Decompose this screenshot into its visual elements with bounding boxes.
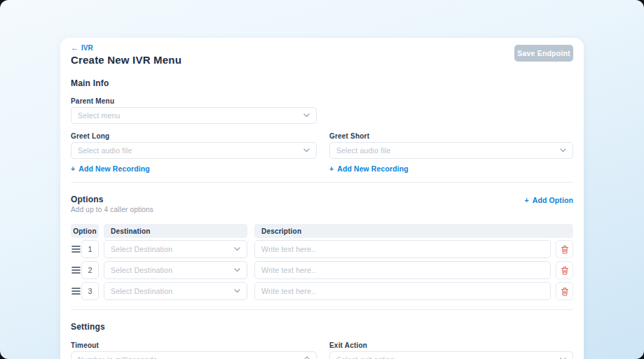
plus-icon: + <box>71 164 75 173</box>
option-row: 1 Select Destination <box>71 240 573 258</box>
settings-heading: Settings <box>71 322 573 332</box>
option-row: 2 Select Destination <box>71 261 573 279</box>
chevron-down-icon <box>234 247 240 251</box>
delete-option-button[interactable] <box>556 240 573 258</box>
greet-short-placeholder: Select audio file <box>336 146 560 155</box>
column-header-option: Option <box>71 224 99 238</box>
timeout-input-wrap <box>71 351 317 359</box>
chevron-down-icon <box>234 289 240 293</box>
trash-icon <box>561 266 569 275</box>
chevron-down-icon <box>234 268 240 272</box>
add-option-link[interactable]: + Add Option <box>525 196 573 204</box>
drag-handle-icon[interactable] <box>71 267 81 274</box>
description-input[interactable] <box>261 245 544 253</box>
save-endpoint-button[interactable]: Save Endpoint <box>514 45 573 62</box>
description-input-wrap <box>254 261 551 279</box>
plus-icon: + <box>525 196 529 204</box>
delete-option-button[interactable] <box>556 282 573 300</box>
option-number: 3 <box>81 282 99 300</box>
greet-short-field: Greet Short Select audio file + Add New … <box>329 132 573 174</box>
chevron-down-icon <box>560 148 566 153</box>
greet-fields-row: Greet Long Select audio file + Add New R… <box>71 132 573 174</box>
trash-icon <box>561 245 569 254</box>
description-input[interactable] <box>261 266 544 274</box>
add-new-recording-link[interactable]: + Add New Recording <box>71 164 150 173</box>
page-title: Create New IVR Menu <box>71 54 573 66</box>
plus-icon: + <box>329 164 334 173</box>
options-header: Options Add up to 4 caller options + Add… <box>71 195 573 214</box>
options-heading-group: Options Add up to 4 caller options <box>71 195 153 214</box>
options-heading: Options <box>71 195 153 205</box>
timeout-field: Timeout <box>71 341 317 359</box>
delete-option-button[interactable] <box>556 261 573 279</box>
create-ivr-card: ← IVR Create New IVR Menu Save Endpoint … <box>60 38 584 359</box>
option-number: 1 <box>81 240 99 258</box>
chevron-down-icon <box>303 148 310 153</box>
section-divider <box>71 182 573 183</box>
option-row: 3 Select Destination <box>71 282 573 300</box>
greet-short-label: Greet Short <box>329 132 573 141</box>
description-input[interactable] <box>261 287 544 295</box>
destination-select[interactable]: Select Destination <box>104 240 247 258</box>
app-background: ← IVR Create New IVR Menu Save Endpoint … <box>0 0 644 359</box>
option-number: 2 <box>81 261 99 279</box>
parent-menu-select[interactable]: Select menu <box>71 107 317 124</box>
add-new-recording-link[interactable]: + Add New Recording <box>329 164 409 173</box>
main-info-heading: Main Info <box>71 78 573 88</box>
parent-menu-label: Parent Menu <box>71 97 573 106</box>
description-input-wrap <box>254 282 551 300</box>
destination-placeholder: Select Destination <box>111 266 234 274</box>
back-arrow-icon: ← <box>71 44 78 52</box>
add-new-recording-label: Add New Recording <box>78 164 149 173</box>
greet-short-select[interactable]: Select audio file <box>329 142 573 159</box>
destination-select[interactable]: Select Destination <box>104 261 247 279</box>
settings-fields-row: Timeout Exit Action Select exit action <box>71 341 573 359</box>
add-option-label: Add Option <box>533 196 573 204</box>
column-header-destination: Destination <box>104 224 247 238</box>
column-header-description: Description <box>254 224 573 238</box>
destination-placeholder: Select Destination <box>111 287 234 295</box>
breadcrumb-back-link[interactable]: ← IVR <box>71 44 93 52</box>
exit-action-select[interactable]: Select exit action <box>329 351 573 359</box>
stepper-up-icon <box>304 356 310 359</box>
add-new-recording-label: Add New Recording <box>337 164 408 173</box>
timeout-label: Timeout <box>71 341 317 350</box>
exit-action-label: Exit Action <box>329 341 573 350</box>
section-divider <box>71 309 573 310</box>
greet-long-label: Greet Long <box>71 132 317 141</box>
breadcrumb-label: IVR <box>81 44 93 52</box>
options-subtitle: Add up to 4 caller options <box>71 206 153 214</box>
drag-handle-icon[interactable] <box>71 288 81 295</box>
number-stepper[interactable] <box>304 356 310 359</box>
greet-long-field: Greet Long Select audio file + Add New R… <box>71 132 317 174</box>
greet-long-select[interactable]: Select audio file <box>71 142 317 159</box>
card-header: ← IVR Create New IVR Menu Save Endpoint <box>71 41 573 66</box>
timeout-input[interactable] <box>78 356 304 359</box>
trash-icon <box>561 287 569 296</box>
chevron-down-icon <box>303 113 310 118</box>
exit-action-field: Exit Action Select exit action <box>329 341 573 359</box>
drag-handle-icon[interactable] <box>71 246 81 253</box>
destination-select[interactable]: Select Destination <box>104 282 247 300</box>
parent-menu-placeholder: Select menu <box>78 111 303 120</box>
destination-placeholder: Select Destination <box>111 245 234 253</box>
greet-long-placeholder: Select audio file <box>78 146 303 155</box>
description-input-wrap <box>254 240 551 258</box>
exit-action-placeholder: Select exit action <box>336 356 560 359</box>
options-table-header: Option Destination Description <box>71 224 573 238</box>
